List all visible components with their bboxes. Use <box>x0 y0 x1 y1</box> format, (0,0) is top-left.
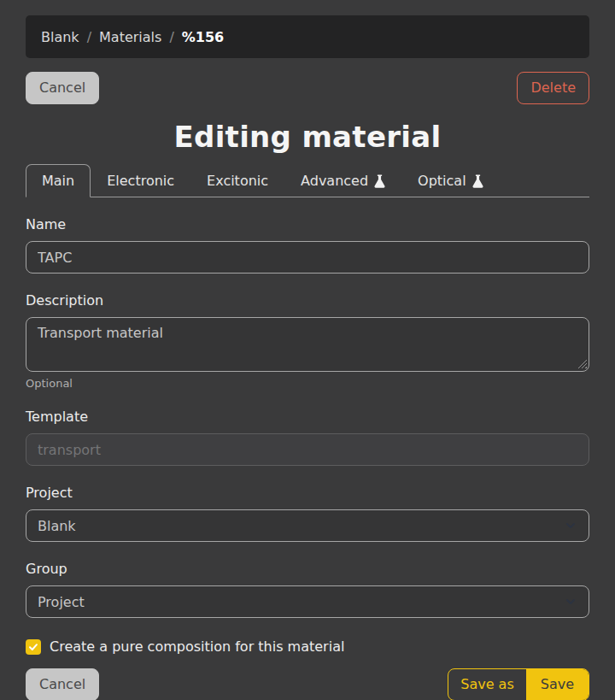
breadcrumb-separator: / <box>169 29 173 45</box>
flask-icon <box>472 174 483 188</box>
tab-electronic[interactable]: Electronic <box>91 164 190 197</box>
project-label: Project <box>26 485 589 501</box>
page: Blank / Materials / %156 Cancel Delete E… <box>0 0 615 700</box>
cancel-button-bottom[interactable]: Cancel <box>26 668 99 700</box>
tab-excitonic[interactable]: Excitonic <box>190 164 284 197</box>
check-icon <box>28 642 38 652</box>
project-select[interactable]: Blank <box>26 509 589 542</box>
name-label: Name <box>26 216 589 232</box>
pure-composition-checkbox[interactable] <box>26 639 41 655</box>
breadcrumb: Blank / Materials / %156 <box>26 15 589 58</box>
page-title: Editing material <box>26 120 589 154</box>
group-select-value: Project <box>38 594 85 610</box>
group-label: Group <box>26 561 589 577</box>
breadcrumb-item-current: %156 <box>182 29 224 45</box>
pure-composition-row: Create a pure composition for this mater… <box>26 638 589 655</box>
footer-actions: Cancel Save as Save <box>26 668 589 700</box>
breadcrumb-item-materials[interactable]: Materials <box>99 29 161 45</box>
tab-electronic-label: Electronic <box>107 173 174 189</box>
tab-main-label: Main <box>42 173 74 189</box>
pure-composition-label: Create a pure composition for this mater… <box>50 638 344 655</box>
save-button[interactable]: Save <box>526 669 589 700</box>
chevron-down-icon <box>564 595 577 609</box>
tab-excitonic-label: Excitonic <box>207 173 268 189</box>
material-form: Name Description Transport material Opti… <box>26 216 589 655</box>
flask-icon <box>374 174 385 188</box>
cancel-button-top[interactable]: Cancel <box>26 72 99 104</box>
description-field: Transport material <box>26 317 589 372</box>
tab-optical[interactable]: Optical <box>401 164 500 197</box>
save-as-button[interactable]: Save as <box>448 669 526 700</box>
delete-button[interactable]: Delete <box>517 72 589 104</box>
tab-main[interactable]: Main <box>26 164 91 197</box>
name-input[interactable] <box>26 241 589 274</box>
breadcrumb-separator: / <box>87 29 91 45</box>
description-help: Optional <box>26 377 589 390</box>
tab-advanced[interactable]: Advanced <box>284 164 401 197</box>
description-textarea[interactable]: Transport material <box>26 317 589 372</box>
group-select[interactable]: Project <box>26 585 589 618</box>
save-button-group: Save as Save <box>448 668 589 700</box>
tab-advanced-label: Advanced <box>301 173 368 189</box>
tab-bar: Main Electronic Excitonic Advanced Optic… <box>26 164 589 197</box>
tab-optical-label: Optical <box>418 173 466 189</box>
breadcrumb-item-blank[interactable]: Blank <box>41 29 79 45</box>
chevron-down-icon <box>564 519 577 532</box>
description-label: Description <box>26 292 589 309</box>
template-label: Template <box>26 409 589 425</box>
header-actions: Cancel Delete <box>26 72 589 104</box>
project-select-value: Blank <box>38 518 76 534</box>
template-input <box>26 433 589 466</box>
